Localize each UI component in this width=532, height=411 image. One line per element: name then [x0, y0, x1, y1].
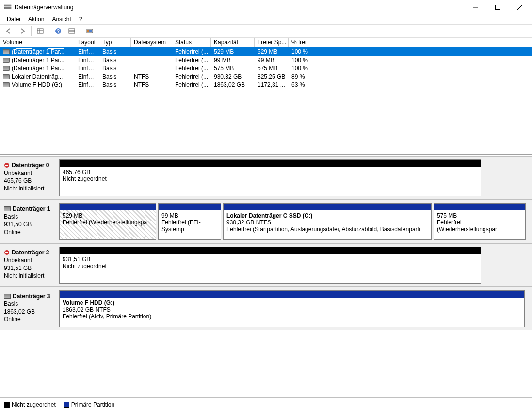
volume-icon — [3, 74, 10, 79]
col-volume[interactable]: Volume — [0, 38, 75, 47]
legend: Nicht zugeordnet Primäre Partition — [0, 397, 532, 411]
partition-line2: Nicht zugeordnet — [63, 263, 478, 269]
volume-pct: 100 % — [289, 57, 315, 63]
partition-line2: Nicht zugeordnet — [63, 175, 478, 182]
disk-row: Datenträger 0Unbekannt465,76 GBNicht ini… — [0, 156, 532, 199]
legend-unallocated: Nicht zugeordnet — [4, 401, 56, 408]
col-fs[interactable]: Dateisystem — [131, 38, 172, 47]
window-title: Datenträgerverwaltung — [15, 4, 464, 11]
volume-row[interactable]: (Datenträger 1 Par...EinfachBasisFehlerf… — [0, 64, 532, 72]
partition-line1: 930,32 GB NTFS — [226, 219, 428, 226]
partition[interactable]: 575 MBFehlerfrei (Wiederherstellungspar — [434, 203, 526, 240]
volume-status: Fehlerfrei (... — [172, 48, 211, 55]
disk-label: Datenträger 0Unbekannt465,76 GBNicht ini… — [3, 159, 56, 196]
volume-capacity: 575 MB — [211, 65, 255, 72]
partition[interactable]: Lokaler Datenträger C SSD (C:)930,32 GB … — [223, 203, 432, 240]
partition-body: 529 MBFehlerfrei (Wiederherstellungspa — [60, 210, 156, 239]
disk-status2: Online — [4, 228, 55, 236]
menu-help[interactable]: ? — [75, 15, 86, 24]
partition[interactable]: 465,76 GBNicht zugeordnet — [59, 159, 481, 196]
disk-status1: Unbekannt — [4, 169, 55, 177]
partition-stripe — [60, 204, 156, 210]
svg-rect-15 — [87, 30, 89, 32]
view-button[interactable] — [34, 26, 46, 36]
volume-row[interactable]: Lokaler Datenträg...EinfachBasisNTFSFehl… — [0, 72, 532, 80]
volume-row[interactable]: (Datenträger 1 Par...EinfachBasisFehlerf… — [0, 47, 532, 56]
disk-status1: Basis — [4, 213, 55, 221]
disk-partitions: Volume F HDD (G:)1863,02 GB NTFSFehlerfr… — [59, 290, 529, 327]
disk-status1: Unbekannt — [4, 256, 55, 264]
partition-line2: Fehlerfrei (Aktiv, Primäre Partition) — [63, 313, 521, 320]
menubar: Datei Aktion Ansicht ? — [0, 15, 532, 24]
titlebar: Datenträgerverwaltung — [0, 0, 532, 15]
list-button[interactable] — [66, 26, 78, 36]
volume-row[interactable]: (Datenträger 1 Par...EinfachBasisFehlerf… — [0, 56, 532, 64]
volume-status: Fehlerfrei (... — [172, 57, 211, 63]
svg-rect-0 — [4, 5, 11, 6]
back-button[interactable] — [3, 26, 15, 36]
partition[interactable]: 931,51 GBNicht zugeordnet — [59, 247, 481, 284]
volume-capacity: 930,32 GB — [211, 73, 255, 80]
help-button[interactable]: ? — [52, 26, 64, 36]
disk-status2: Nicht initialisiert — [4, 272, 55, 280]
menu-view[interactable]: Ansicht — [48, 15, 75, 24]
svg-rect-20 — [5, 252, 8, 253]
volume-fs: NTFS — [131, 81, 172, 88]
partition-line2: Fehlerfrei (Wiederherstellungspa — [63, 219, 153, 226]
col-type[interactable]: Typ — [99, 38, 131, 47]
partition-line1: 99 MB — [161, 212, 218, 219]
close-button[interactable] — [509, 0, 531, 15]
volume-body[interactable]: (Datenträger 1 Par...EinfachBasisFehlerf… — [0, 47, 532, 154]
swatch-black — [4, 402, 10, 408]
col-free[interactable]: Freier Sp... — [255, 38, 289, 47]
toolbar: ? — [0, 24, 532, 38]
minimize-button[interactable] — [464, 0, 486, 15]
disk-size: 931,51 GB — [4, 264, 55, 272]
partition-body: Lokaler Datenträger C SSD (C:)930,32 GB … — [224, 210, 431, 239]
maximize-button[interactable] — [486, 0, 509, 15]
disk-row: Datenträger 2Unbekannt931,51 GBNicht ini… — [0, 243, 532, 286]
menu-file[interactable]: Datei — [3, 15, 24, 24]
disk-area[interactable]: Datenträger 0Unbekannt465,76 GBNicht ini… — [0, 155, 532, 397]
disk-status1: Basis — [4, 300, 55, 308]
disk-status2: Online — [4, 316, 55, 323]
volume-type: Basis — [99, 81, 131, 88]
partition-stripe — [434, 204, 525, 210]
volume-layout: Einfach — [75, 73, 99, 80]
volume-row[interactable]: Volume F HDD (G:)EinfachBasisNTFSFehlerf… — [0, 80, 532, 89]
col-capacity[interactable]: Kapazität — [211, 38, 255, 47]
menu-action[interactable]: Aktion — [24, 15, 48, 24]
partition-stripe — [224, 204, 431, 210]
details-button[interactable] — [84, 26, 96, 36]
col-layout[interactable]: Layout — [75, 38, 99, 47]
col-pct[interactable]: % frei — [289, 38, 315, 47]
partition[interactable]: 99 MBFehlerfrei (EFI-Systemp — [158, 203, 221, 240]
disk-label: Datenträger 3Basis1863,02 GBOnline — [3, 290, 56, 327]
volume-free: 1172,31 ... — [255, 81, 289, 88]
window-controls — [464, 0, 531, 15]
partition[interactable]: Volume F HDD (G:)1863,02 GB NTFSFehlerfr… — [59, 290, 525, 327]
volume-layout: Einfach — [75, 65, 99, 72]
partition-body: Volume F HDD (G:)1863,02 GB NTFSFehlerfr… — [60, 298, 524, 327]
swatch-blue — [64, 402, 69, 408]
svg-rect-1 — [4, 7, 11, 9]
disk-name: Datenträger 0 — [4, 161, 55, 169]
volume-pct: 100 % — [289, 48, 315, 55]
volume-type: Basis — [99, 73, 131, 80]
volume-pct: 89 % — [289, 73, 315, 80]
partition-line2: Fehlerfrei (EFI-Systemp — [161, 219, 218, 233]
partition-line1: 931,51 GB — [63, 256, 478, 263]
forward-button[interactable] — [16, 26, 28, 36]
disk-icon — [4, 206, 11, 211]
col-status[interactable]: Status — [172, 38, 211, 47]
partition-line1: 1863,02 GB NTFS — [63, 306, 521, 313]
volume-name: (Datenträger 1 Par... — [12, 65, 64, 72]
partition-line2: Fehlerfrei (Wiederherstellungspar — [437, 219, 522, 233]
svg-rect-3 — [496, 5, 500, 10]
volume-free: 575 MB — [255, 65, 289, 72]
volume-icon — [3, 66, 10, 71]
partition[interactable]: 529 MBFehlerfrei (Wiederherstellungspa — [59, 203, 156, 240]
volume-fs: NTFS — [131, 73, 172, 80]
partition-line1: 575 MB — [437, 212, 522, 219]
partition-stripe — [60, 291, 524, 298]
